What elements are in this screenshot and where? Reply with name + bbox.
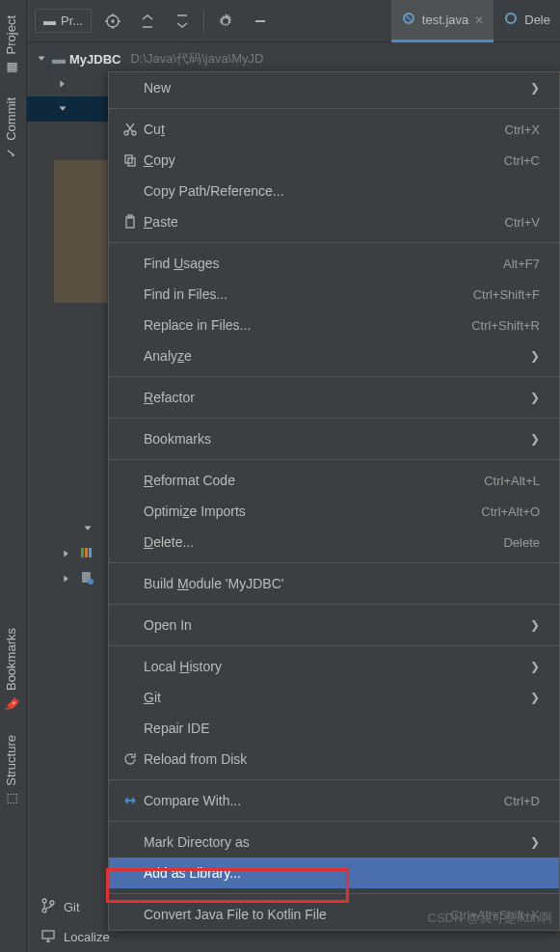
- ctx-find-in-files[interactable]: Find in Files... Ctrl+Shift+F: [109, 279, 559, 310]
- chevron-down-icon[interactable]: [35, 51, 48, 67]
- ctx-label: Reformat Code: [144, 473, 484, 488]
- svg-point-15: [42, 899, 46, 903]
- chevron-right-icon: ❯: [530, 391, 540, 404]
- paste-icon: [122, 214, 144, 230]
- ctx-copy-path[interactable]: Copy Path/Reference...: [109, 176, 559, 206]
- ctx-find-usages[interactable]: Find Usages Alt+F7: [109, 248, 559, 279]
- close-icon[interactable]: ✕: [474, 14, 484, 27]
- chevron-right-icon: ❯: [530, 618, 540, 632]
- tree-root[interactable]: ▬ MyJDBC D:\Java\代码\java\MyJD: [27, 46, 560, 71]
- ctx-reload-from-disk[interactable]: Reload from Disk: [109, 744, 559, 775]
- bottom-tab-label: Git: [64, 900, 80, 914]
- ctx-git[interactable]: Git ❯: [109, 682, 559, 713]
- chevron-right-icon[interactable]: [60, 571, 73, 586]
- svg-rect-6: [89, 548, 92, 558]
- ctx-shortcut: Ctrl+Shift+R: [471, 318, 540, 333]
- ctx-label: Local History: [144, 659, 530, 674]
- separator: [109, 821, 559, 822]
- cut-icon: [122, 122, 144, 137]
- svg-rect-18: [42, 931, 54, 938]
- external-libraries[interactable]: [60, 516, 94, 591]
- separator: [109, 645, 559, 646]
- ctx-copy[interactable]: Copy Ctrl+C: [109, 145, 559, 176]
- ctx-add-as-library[interactable]: Add as Library...: [109, 857, 559, 888]
- ctx-compare-with[interactable]: Compare With... Ctrl+D: [109, 785, 559, 816]
- svg-point-10: [132, 131, 136, 135]
- sidebar-tab-structure[interactable]: ⬚ Structure: [0, 723, 22, 818]
- structure-icon: ⬚: [4, 792, 18, 806]
- ctx-shortcut: Delete: [503, 535, 540, 550]
- ctx-label: Optimize Imports: [144, 503, 481, 519]
- context-menu: New ❯ Cut Ctrl+X Copy Ctrl+C Copy Path/R…: [108, 71, 560, 931]
- chevron-down-icon[interactable]: [56, 101, 69, 117]
- gear-icon[interactable]: [212, 8, 239, 35]
- ctx-open-in[interactable]: Open In ❯: [109, 610, 559, 640]
- project-toolwindow-tab[interactable]: ▬ Pr...: [35, 9, 92, 33]
- ctx-label: New: [144, 80, 530, 95]
- sidebar-tab-bookmarks[interactable]: 🔖 Bookmarks: [0, 616, 22, 723]
- separator: [109, 242, 559, 243]
- scratches-icon: [79, 570, 94, 588]
- chevron-right-icon: ❯: [530, 660, 540, 673]
- bottom-tab-git[interactable]: Git: [27, 892, 123, 922]
- ctx-label: Find Usages: [144, 256, 503, 271]
- svg-point-9: [124, 131, 128, 135]
- editor-tab-test[interactable]: test.java ✕: [391, 0, 493, 42]
- ctx-optimize-imports[interactable]: Optimize Imports Ctrl+Alt+O: [109, 496, 559, 527]
- module-icon: ▬: [52, 51, 66, 67]
- minimize-icon[interactable]: [247, 8, 274, 35]
- svg-point-8: [88, 579, 93, 585]
- sidebar-tab-label: Project: [4, 15, 18, 54]
- ctx-label: Build Module 'MyJDBC': [144, 576, 540, 591]
- ctx-delete[interactable]: Delete... Delete: [109, 527, 559, 558]
- separator: [109, 376, 559, 377]
- ctx-mark-directory[interactable]: Mark Directory as ❯: [109, 827, 559, 857]
- ctx-shortcut: Alt+F7: [503, 257, 540, 271]
- collapse-icon[interactable]: [169, 8, 196, 35]
- ctx-shortcut: Ctrl+X: [505, 122, 540, 137]
- svg-rect-5: [85, 548, 88, 558]
- sidebar-tab-commit[interactable]: ✓ Commit: [0, 86, 22, 173]
- chevron-down-icon[interactable]: [81, 521, 94, 536]
- tree-row[interactable]: [60, 541, 94, 566]
- toolbar: ▬ Pr... test.java ✕ Dele: [27, 0, 560, 42]
- ctx-cut[interactable]: Cut Ctrl+X: [109, 114, 559, 145]
- ctx-local-history[interactable]: Local History ❯: [109, 651, 559, 682]
- chevron-right-icon[interactable]: [60, 546, 73, 561]
- ctx-reformat[interactable]: Reformat Code Ctrl+Alt+L: [109, 465, 559, 496]
- project-icon: ▦: [4, 60, 18, 74]
- svg-rect-4: [81, 548, 84, 558]
- ctx-new[interactable]: New ❯: [109, 72, 559, 103]
- ctx-refactor[interactable]: Refactor ❯: [109, 382, 559, 413]
- ctx-repair-ide[interactable]: Repair IDE: [109, 713, 559, 744]
- chevron-right-icon[interactable]: [56, 76, 69, 92]
- separator: [109, 604, 559, 605]
- ctx-shortcut: Ctrl+C: [504, 153, 540, 168]
- java-file-icon: [401, 11, 416, 29]
- chevron-right-icon: ❯: [530, 432, 540, 446]
- ctx-build-module[interactable]: Build Module 'MyJDBC': [109, 568, 559, 599]
- ctx-label: Refactor: [144, 390, 530, 405]
- svg-point-17: [50, 901, 54, 905]
- bottom-tab-localize[interactable]: Localize: [27, 922, 123, 952]
- ctx-analyze[interactable]: Analyze ❯: [109, 340, 559, 371]
- ctx-replace-in-files[interactable]: Replace in Files... Ctrl+Shift+R: [109, 310, 559, 340]
- target-icon[interactable]: [99, 8, 126, 35]
- expand-icon[interactable]: [134, 8, 161, 35]
- editor-tab-other[interactable]: Dele: [493, 0, 560, 42]
- ctx-shortcut: Ctrl+V: [505, 215, 540, 230]
- editor-tab-label: test.java: [422, 13, 468, 27]
- svg-point-1: [112, 20, 114, 22]
- ctx-label: Replace in Files...: [144, 317, 471, 333]
- sidebar-tab-project[interactable]: ▦ Project: [0, 4, 22, 86]
- java-file-icon: [503, 11, 519, 29]
- ctx-shortcut: Ctrl+Alt+O: [481, 504, 540, 519]
- ctx-label: Find in Files...: [144, 286, 473, 302]
- sidebar-tab-label: Structure: [4, 735, 18, 786]
- tree-root-label: MyJDBC: [69, 52, 120, 67]
- tree-row[interactable]: [60, 566, 94, 591]
- compare-icon: [122, 793, 144, 808]
- ctx-label: Compare With...: [144, 793, 504, 808]
- ctx-bookmarks[interactable]: Bookmarks ❯: [109, 423, 559, 454]
- ctx-paste[interactable]: Paste Ctrl+V: [109, 206, 559, 237]
